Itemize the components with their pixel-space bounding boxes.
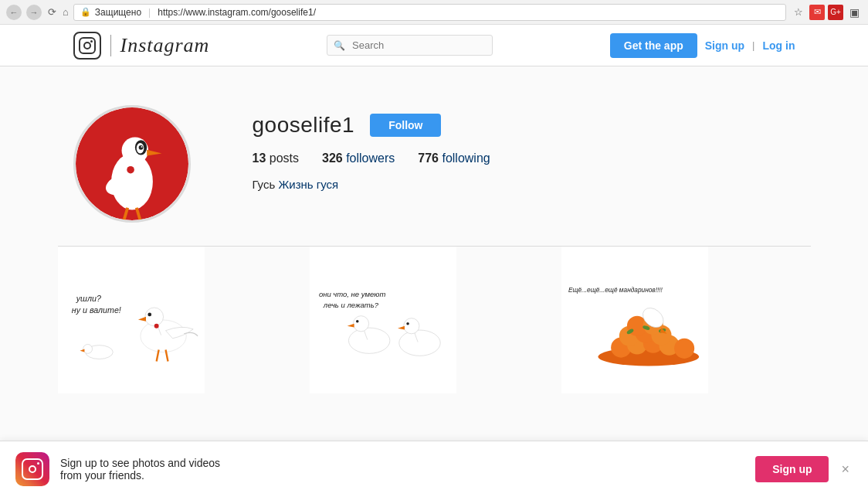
- bookmark-icon[interactable]: ☆: [791, 5, 806, 20]
- following-count: 776: [418, 151, 439, 165]
- follow-button[interactable]: Follow: [370, 114, 441, 137]
- profile-name-row: gooselife1 Follow: [253, 113, 795, 138]
- svg-point-27: [355, 320, 358, 323]
- followers-count: 326: [322, 151, 343, 165]
- svg-point-16: [147, 313, 151, 317]
- profile-avatar[interactable]: [73, 105, 191, 223]
- svg-point-7: [141, 146, 142, 148]
- svg-point-38: [674, 339, 694, 359]
- bio-link[interactable]: Жизнь гуся: [278, 178, 338, 191]
- svg-text:лечь и лежать?: лечь и лежать?: [322, 301, 378, 309]
- header-actions: Get the app Sign up | Log in: [610, 33, 795, 58]
- svg-point-17: [154, 324, 158, 328]
- svg-text:ушли?: ушли?: [75, 294, 100, 303]
- svg-text:Ещё...ещё...ещё мандаринов!!!!: Ещё...ещё...ещё мандаринов!!!!: [568, 286, 663, 294]
- logo-separator: [110, 35, 111, 56]
- svg-point-28: [398, 330, 439, 356]
- post-thumb-2[interactable]: они что, не умеют лечь и лежать?: [310, 247, 456, 393]
- posts-stat[interactable]: 13 posts: [253, 151, 300, 165]
- header-divider: |: [752, 39, 754, 51]
- post-thumb-1[interactable]: ушли? ну и валите!: [58, 247, 205, 393]
- posts-count: 13: [253, 151, 266, 165]
- followers-stat[interactable]: 326 followers: [322, 151, 395, 165]
- url-text: https://www.instagram.com/gooselife1/: [158, 7, 316, 18]
- logo-area: Instagram: [73, 32, 210, 60]
- following-stat[interactable]: 776 following: [418, 151, 490, 165]
- avatar-wrap: [73, 105, 191, 223]
- avatar-image: [76, 105, 188, 223]
- log-in-button[interactable]: Log in: [762, 39, 795, 52]
- lock-icon: 🔒: [80, 7, 91, 17]
- get-app-button[interactable]: Get the app: [610, 33, 697, 58]
- profile-bio: Гусь Жизнь гуся: [253, 178, 795, 191]
- svg-point-10: [127, 166, 134, 174]
- svg-text:они что, не умеют: они что, не умеют: [318, 290, 385, 298]
- post-thumb-3[interactable]: Ещё...ещё...ещё мандаринов!!!!: [561, 247, 708, 393]
- instagram-wordmark[interactable]: Instagram: [120, 34, 210, 57]
- instagram-header: Instagram 🔍 Get the app Sign up | Log in: [0, 25, 868, 66]
- main-content: gooselife1 Follow 13 posts 326 followers…: [0, 66, 868, 393]
- address-bar[interactable]: 🔒 Защищено | https://www.instagram.com/g…: [73, 4, 786, 21]
- address-separator: |: [148, 7, 151, 18]
- forward-button[interactable]: →: [26, 5, 42, 20]
- bio-text: Гусь: [253, 178, 276, 191]
- svg-point-30: [406, 322, 409, 325]
- posts-grid: ушли? ну и валите!: [58, 246, 811, 393]
- search-icon: 🔍: [334, 40, 345, 51]
- svg-point-25: [348, 328, 389, 353]
- svg-text:ну и валите!: ну и валите!: [71, 305, 120, 315]
- profile-username: gooselife1: [253, 113, 355, 138]
- svg-point-6: [138, 145, 143, 150]
- extension-icon-3[interactable]: ▣: [846, 5, 862, 20]
- extension-icon-2[interactable]: G+: [828, 5, 843, 20]
- reload-button[interactable]: ⟳: [46, 6, 58, 18]
- svg-rect-11: [58, 277, 205, 364]
- profile-section: gooselife1 Follow 13 posts 326 followers…: [58, 90, 811, 246]
- back-button[interactable]: ←: [6, 5, 22, 20]
- svg-point-29: [403, 318, 419, 334]
- extension-icon-1[interactable]: ✉: [809, 5, 825, 20]
- svg-point-15: [144, 308, 163, 326]
- browser-actions: ☆ ✉ G+ ▣: [791, 5, 862, 20]
- sign-up-button[interactable]: Sign up: [705, 39, 744, 52]
- followers-label: followers: [346, 151, 395, 165]
- following-label: following: [442, 151, 490, 165]
- search-wrap: 🔍: [327, 35, 493, 56]
- profile-info: gooselife1 Follow 13 posts 326 followers…: [253, 105, 795, 191]
- secure-label: Защищено: [95, 7, 141, 18]
- profile-stats: 13 posts 326 followers 776 following: [253, 151, 795, 165]
- instagram-icon[interactable]: [73, 32, 101, 60]
- posts-label: posts: [270, 151, 299, 165]
- search-input[interactable]: [327, 35, 493, 56]
- svg-point-26: [353, 316, 368, 332]
- home-button[interactable]: ⌂: [63, 6, 69, 18]
- browser-chrome: ← → ⟳ ⌂ 🔒 Защищено | https://www.instagr…: [0, 0, 868, 25]
